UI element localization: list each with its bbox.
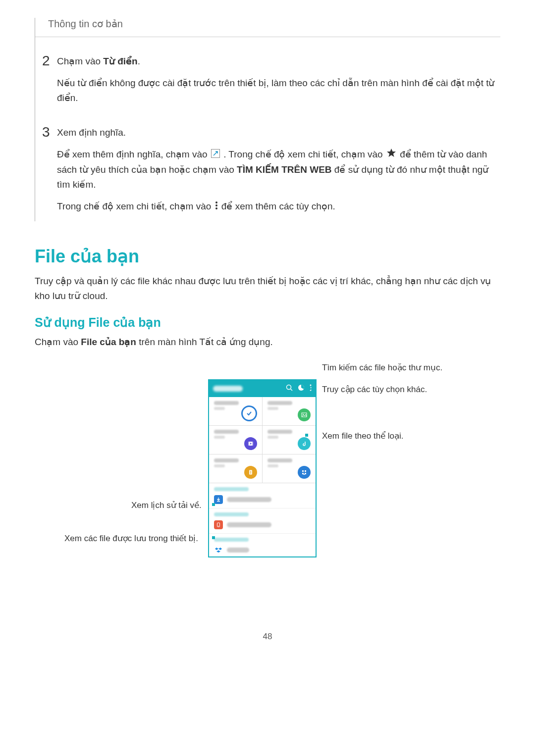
step3-para3-a: Trong chế độ xem chi tiết, chạm vào	[57, 201, 214, 211]
callout-search: Tìm kiếm các file hoặc thư mục.	[322, 362, 442, 373]
step2-text-pre: Chạm vào	[57, 56, 103, 66]
svg-point-27	[218, 526, 218, 526]
svg-point-4	[215, 207, 217, 209]
phone-mockup	[208, 379, 317, 557]
svg-point-8	[310, 385, 312, 386]
svg-rect-23	[302, 473, 304, 474]
svg-rect-14	[248, 442, 249, 446]
step-2: 2 Chạm vào Từ điển. Nếu từ điển không đư…	[35, 54, 500, 112]
section-title: File của bạn	[35, 246, 500, 267]
category-videos[interactable]	[209, 426, 263, 454]
app-bar	[209, 380, 316, 397]
device-storage-item[interactable]	[214, 520, 311, 529]
pie-icon[interactable]	[298, 384, 305, 393]
step2-text-post: .	[138, 56, 140, 66]
svg-marker-30	[216, 550, 220, 553]
svg-marker-29	[218, 548, 222, 550]
download-history-section	[209, 483, 316, 508]
step3-para2-bold: TÌM KIẾM TRÊN WEB	[237, 164, 331, 175]
callout-options: Truy cập các tùy chọn khác.	[322, 384, 427, 395]
cloud-item[interactable]	[214, 546, 311, 554]
step-number: 2	[42, 54, 57, 112]
videos-icon	[244, 437, 257, 450]
sub-desc-post: trên màn hình Tất cả ứng dụng.	[136, 337, 273, 347]
subsection-title: Sử dụng File của bạn	[35, 315, 500, 330]
step3-para2-b: . Trong chế độ xem chi tiết, chạm vào	[223, 149, 385, 159]
svg-rect-24	[305, 473, 306, 474]
download-history-item[interactable]	[214, 495, 311, 504]
local-storage-section	[209, 508, 316, 534]
step-number: 3	[42, 125, 57, 221]
star-icon	[386, 148, 396, 162]
recent-icon	[241, 405, 257, 421]
cloud-storage-section	[209, 534, 316, 556]
documents-icon	[244, 466, 257, 479]
svg-rect-21	[302, 470, 304, 472]
search-icon[interactable]	[286, 384, 293, 393]
svg-point-3	[215, 204, 217, 206]
step3-para3-b: để xem thêm các tùy chọn.	[221, 201, 335, 211]
step2-para2: Nếu từ điển không được cài đặt trước trê…	[57, 76, 500, 105]
category-downloaded[interactable]	[263, 454, 316, 483]
audio-icon	[298, 437, 311, 450]
category-documents[interactable]	[209, 454, 263, 483]
download-icon	[214, 495, 223, 504]
sub-desc-pre: Chạm vào	[35, 337, 81, 347]
callout-category: Xem file theo thể loại.	[322, 431, 404, 441]
page-number: 48	[35, 632, 500, 642]
device-icon	[214, 520, 223, 529]
callout-download: Xem lịch sử tải về.	[131, 500, 202, 510]
downloaded-icon	[298, 466, 311, 479]
svg-rect-22	[305, 470, 306, 472]
category-grid	[209, 397, 316, 483]
svg-point-5	[287, 385, 291, 390]
more-vert-icon	[215, 200, 218, 214]
dropbox-icon	[214, 546, 223, 554]
breadcrumb: Thông tin cơ bản	[35, 18, 500, 37]
svg-marker-1	[387, 149, 396, 157]
svg-marker-28	[215, 548, 218, 550]
step-3: 3 Xem định nghĩa. Để xem thêm định nghĩa…	[35, 125, 500, 221]
svg-point-2	[215, 202, 217, 203]
category-images[interactable]	[263, 397, 316, 426]
figure: Tìm kiếm các file hoặc thư mục. Truy cập…	[35, 364, 500, 607]
section-desc: Truy cập và quản lý các file khác nhau đ…	[35, 274, 500, 303]
step3-line1: Xem định nghĩa.	[57, 125, 500, 140]
images-icon	[298, 408, 311, 421]
category-audio[interactable]	[263, 426, 316, 454]
sub-desc-bold: File của bạn	[81, 337, 136, 347]
step3-para2-a: Để xem thêm định nghĩa, chạm vào	[57, 149, 210, 159]
expand-icon	[211, 148, 220, 162]
callout-device: Xem các file được lưu trong thiết bị.	[64, 533, 198, 544]
app-title-blur	[213, 386, 243, 392]
category-recent[interactable]	[209, 397, 263, 426]
step2-bold: Từ điển	[103, 56, 137, 66]
svg-rect-15	[252, 442, 253, 446]
svg-line-6	[291, 389, 293, 391]
